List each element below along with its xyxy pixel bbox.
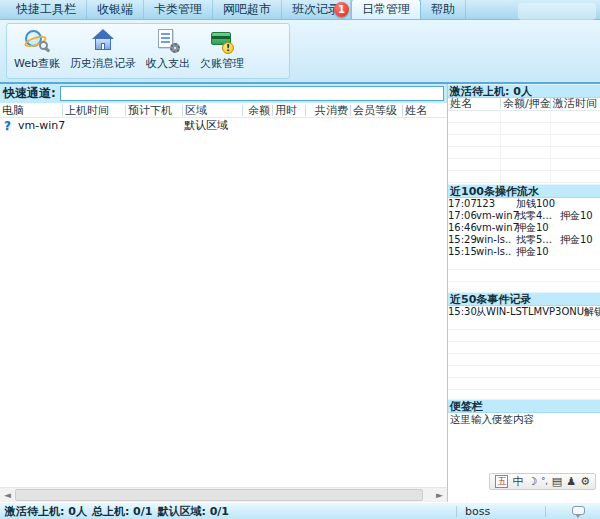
computer-name: vm-win7 bbox=[16, 119, 67, 132]
status-divider bbox=[456, 506, 457, 517]
tab-daily-management[interactable]: 日常管理 bbox=[351, 0, 421, 19]
event-time: 15:30 bbox=[448, 306, 476, 318]
right-side-panel: 激活待上机: 0人 姓名 余额/押金 激活时间 近100条操作流水 17:07 … bbox=[448, 84, 600, 502]
quick-channel-input[interactable] bbox=[60, 86, 444, 101]
history-message-label: 历史消息记录 bbox=[70, 56, 136, 71]
tab-cashier[interactable]: 收银端 bbox=[87, 0, 144, 19]
notes-section: 便签栏 这里输入便签内容 bbox=[448, 399, 600, 426]
punctuation-icon[interactable]: °, bbox=[541, 475, 548, 488]
activation-section: 激活待上机: 0人 姓名 余额/押金 激活时间 bbox=[448, 84, 600, 183]
income-expense-button[interactable]: 收入支出 bbox=[141, 26, 195, 76]
history-message-button[interactable]: 历史消息记录 bbox=[65, 26, 141, 76]
chinese-mode-icon[interactable]: 中 bbox=[512, 475, 523, 488]
status-total-online: 总上机: 0/1 bbox=[92, 504, 153, 519]
status-bar: 激活待上机: 0人 总上机: 0/1 默认区域: 0/1 boss bbox=[0, 502, 600, 519]
message-bubble-icon[interactable] bbox=[572, 506, 585, 515]
col-expected-end[interactable]: 预计下机 bbox=[125, 105, 182, 116]
col-area[interactable]: 区域 bbox=[182, 105, 242, 116]
col-computer[interactable]: 电脑 bbox=[0, 105, 62, 116]
event-row: 15:30 从WIN-LSTLMVP3ONU解锁 bbox=[448, 306, 600, 318]
quick-channel-bar: 快速通道: bbox=[0, 84, 447, 103]
history-message-icon bbox=[90, 28, 116, 54]
operation-row: 17:07 123 加钱100 bbox=[448, 198, 600, 210]
col-balance[interactable]: 余额 bbox=[242, 105, 272, 116]
question-icon: ? bbox=[2, 119, 13, 133]
tab-bar: 快捷工具栏 收银端 卡类管理 网吧超市 班次记录 日常管理 帮助 bbox=[0, 0, 600, 20]
op-time: 16:46 bbox=[448, 222, 476, 234]
status-divider bbox=[545, 506, 546, 517]
ribbon-toolbar: Web查账 历史消息记录 收入支出 ! 欠账管理 bbox=[0, 20, 600, 84]
col-act-name[interactable]: 姓名 bbox=[448, 98, 500, 109]
op-time: 17:06 bbox=[448, 210, 476, 222]
empty-row bbox=[448, 342, 600, 354]
tab-help[interactable]: 帮助 bbox=[421, 0, 466, 19]
computer-table-header: 电脑 上机时间 预计下机 区域 余额 用时 共消费 会员等级 姓名 bbox=[0, 103, 447, 118]
scrollbar-thumb[interactable] bbox=[15, 489, 423, 501]
status-activation: 激活待上机: 0人 bbox=[5, 504, 87, 519]
event-text: 从WIN-LSTLMVP3ONU解锁 bbox=[476, 306, 600, 318]
empty-row bbox=[448, 135, 600, 147]
web-audit-button[interactable]: Web查账 bbox=[9, 26, 65, 76]
col-name[interactable]: 姓名 bbox=[402, 105, 447, 116]
activation-section-title: 激活待上机: 0人 bbox=[448, 84, 600, 98]
computer-area: 默认区域 bbox=[182, 118, 242, 133]
wubi-mode-icon[interactable]: 五 bbox=[495, 475, 508, 488]
op-action: 押金10 bbox=[516, 222, 560, 234]
op-action: 找零5... bbox=[516, 234, 560, 246]
notes-input[interactable]: 这里输入便签内容 bbox=[448, 413, 600, 426]
soft-keyboard-icon[interactable]: ▤ bbox=[552, 475, 562, 488]
tab-cafe-market[interactable]: 网吧超市 bbox=[213, 0, 282, 19]
op-action: 押金10 bbox=[516, 246, 560, 258]
income-expense-icon bbox=[155, 28, 181, 54]
col-member-level[interactable]: 会员等级 bbox=[350, 105, 402, 116]
op-extra bbox=[560, 246, 600, 258]
empty-row bbox=[448, 330, 600, 342]
op-target: win-ls.. bbox=[476, 246, 516, 258]
op-time: 15:15 bbox=[448, 246, 476, 258]
operation-row: 15:29 win-ls.. 找零5... 押金10 bbox=[448, 234, 600, 246]
operations-section-title: 近100条操作流水 bbox=[448, 184, 600, 198]
tab-card-management[interactable]: 卡类管理 bbox=[144, 0, 213, 19]
debt-management-button[interactable]: ! 欠账管理 bbox=[195, 26, 249, 76]
debt-management-icon: ! bbox=[209, 28, 235, 54]
op-time: 17:07 bbox=[448, 198, 476, 210]
halfwidth-moon-icon[interactable]: ☽ bbox=[527, 475, 537, 488]
empty-row bbox=[448, 123, 600, 135]
empty-row bbox=[448, 378, 600, 390]
col-start-time[interactable]: 上机时间 bbox=[62, 105, 125, 116]
op-extra bbox=[560, 222, 600, 234]
op-time: 15:29 bbox=[448, 234, 476, 246]
empty-row bbox=[448, 366, 600, 378]
ribbon-group: Web查账 历史消息记录 收入支出 ! 欠账管理 bbox=[6, 23, 290, 79]
col-act-time[interactable]: 激活时间 bbox=[550, 98, 600, 109]
empty-row bbox=[448, 159, 600, 171]
empty-row bbox=[448, 270, 600, 282]
operation-row: 17:06 vm-win7 找零4... 押金10 bbox=[448, 210, 600, 222]
computer-row[interactable]: ? vm-win7 默认区域 bbox=[0, 118, 447, 133]
op-target: win-ls.. bbox=[476, 234, 516, 246]
scroll-left-arrow-icon[interactable]: ◄ bbox=[0, 488, 15, 502]
op-action: 找零4... bbox=[516, 210, 560, 222]
op-target: 123 bbox=[476, 198, 516, 210]
income-expense-label: 收入支出 bbox=[146, 56, 190, 71]
tab-quick-toolbar[interactable]: 快捷工具栏 bbox=[6, 0, 87, 19]
empty-row bbox=[448, 147, 600, 159]
computer-list-panel: 快速通道: 电脑 上机时间 预计下机 区域 余额 用时 共消费 会员等级 姓名 … bbox=[0, 84, 448, 502]
debt-management-label: 欠账管理 bbox=[200, 56, 244, 71]
settings-wrench-icon[interactable]: ⚙ bbox=[580, 475, 590, 488]
events-section-title: 近50条事件记录 bbox=[448, 292, 600, 306]
col-total-spent[interactable]: 共消费 bbox=[305, 105, 350, 116]
toolbox-icon[interactable]: ♟ bbox=[566, 475, 576, 488]
quick-channel-label: 快速通道: bbox=[3, 85, 56, 102]
empty-row bbox=[448, 354, 600, 366]
activation-table-header: 姓名 余额/押金 激活时间 bbox=[448, 98, 600, 111]
web-audit-icon bbox=[24, 28, 50, 54]
horizontal-scrollbar[interactable]: ◄ ► bbox=[0, 487, 447, 502]
col-used-time[interactable]: 用时 bbox=[272, 105, 305, 116]
tabbar-highlight bbox=[518, 3, 596, 20]
col-act-deposit[interactable]: 余额/押金 bbox=[500, 98, 550, 109]
scroll-right-arrow-icon[interactable]: ► bbox=[432, 488, 447, 502]
operator-name: boss bbox=[465, 505, 490, 518]
notes-section-title: 便签栏 bbox=[448, 399, 600, 413]
empty-row bbox=[448, 258, 600, 270]
